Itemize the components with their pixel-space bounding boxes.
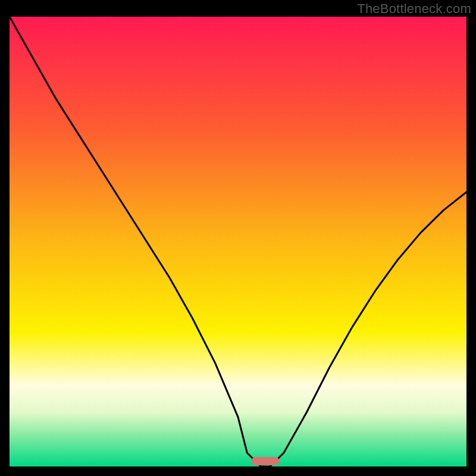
gradient-background	[10, 17, 466, 466]
bottleneck-plot	[10, 17, 466, 466]
optimal-marker	[252, 457, 279, 465]
watermark-text: TheBottleneck.com	[357, 1, 471, 17]
plot-area	[10, 17, 466, 466]
chart-frame: TheBottleneck.com	[0, 0, 476, 476]
